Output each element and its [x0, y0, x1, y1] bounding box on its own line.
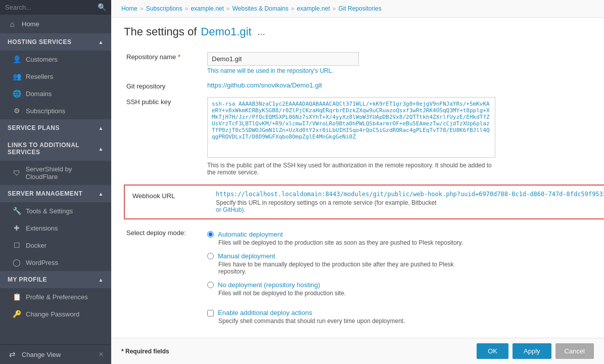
title-dots-button[interactable]: ...: [256, 27, 267, 37]
customers-icon: 👤: [13, 55, 21, 63]
shield-icon: 🛡: [13, 169, 21, 177]
home-icon: ⌂: [8, 20, 17, 28]
deploy-none-desc: Files will not be deployed to the produc…: [218, 290, 471, 297]
deploy-none-radio[interactable]: [207, 282, 214, 288]
deploy-auto-desc: Files will be deployed to the production…: [218, 239, 471, 246]
chevron-up-icon: ▲: [99, 191, 104, 197]
sidebar-item-change-password[interactable]: 🔑 Change Password: [0, 305, 111, 323]
page-title: The settings of Demo1.git ...: [124, 25, 591, 38]
search-input[interactable]: [5, 4, 98, 11]
tools-icon: 🔧: [13, 207, 21, 215]
cancel-button[interactable]: Cancel: [555, 343, 594, 359]
settings-form: Repository name * This name will be used…: [124, 49, 604, 328]
breadcrumb-websites-domains[interactable]: Websites & Domains: [233, 5, 289, 12]
repo-name-label-cell: Repository name *: [124, 49, 205, 78]
change-view-icon: ⇄: [8, 350, 17, 359]
breadcrumb-git-repositories[interactable]: Git Repositories: [338, 5, 381, 12]
bottom-bar: * Required fields OK Apply Cancel: [111, 338, 604, 364]
deploy-manual-desc: Files have to be manually deployed to th…: [218, 261, 471, 275]
breadcrumb-example-net-2[interactable]: example.net: [297, 5, 330, 12]
breadcrumb-home[interactable]: Home: [121, 5, 137, 12]
resellers-icon: 👥: [13, 72, 21, 80]
docker-icon: ☐: [13, 241, 21, 249]
deploy-mode-label-cell: Select deploy mode:: [124, 224, 205, 300]
enable-deploy-checkbox[interactable]: [207, 310, 214, 316]
ssh-key-container: ssh-rsa AAAAB3NzaC1yc2EAAAADAQABAAACAQCt…: [207, 97, 495, 159]
search-icon: 🔍: [98, 3, 106, 11]
repo-name-input[interactable]: [207, 52, 359, 66]
ok-button[interactable]: OK: [477, 343, 508, 359]
deploy-manual-radio[interactable]: [207, 253, 214, 259]
git-repo-link-cell: https://github.com/snovikova/Demo1.git: [205, 78, 604, 94]
ssh-key-textarea[interactable]: ssh-rsa AAAAB3NzaC1yc2EAAAADAQABAAACAQCt…: [207, 97, 495, 158]
sidebar-bottom: ⇄ Change View ✕: [0, 344, 111, 364]
deploy-auto-label[interactable]: Automatic deployment: [218, 231, 283, 238]
wordpress-icon: ◯: [13, 258, 21, 266]
password-icon: 🔑: [13, 310, 21, 318]
ssh-note: This is the public part of the SSH key u…: [207, 162, 495, 176]
breadcrumb-subscriptions[interactable]: Subscriptions: [146, 5, 182, 12]
sidebar-item-customers[interactable]: 👤 Customers: [0, 51, 111, 68]
sidebar-item-resellers[interactable]: 👥 Resellers: [0, 68, 111, 85]
repo-name-hint: This name will be used in the repository…: [207, 67, 604, 74]
sidebar-section-hosting[interactable]: Hosting Services ▲: [0, 33, 111, 51]
git-repo-label-cell: Git repository: [124, 78, 205, 94]
chevron-up-icon: ▲: [99, 39, 104, 45]
webhook-label: Webhook URL: [132, 192, 175, 200]
deploy-option-manual: Manual deployment Files have to be manua…: [207, 252, 604, 275]
chevron-up-icon: ▲: [99, 125, 104, 131]
sidebar-item-docker[interactable]: ☐ Docker: [0, 237, 111, 254]
sidebar-item-wordpress[interactable]: ◯ WordPress: [0, 254, 111, 271]
sidebar: 🔍 ⌂ Home Hosting Services ▲ 👤 Customers …: [0, 0, 111, 364]
apply-button[interactable]: Apply: [513, 343, 551, 359]
sidebar-section-server-management[interactable]: Server Management ▲: [0, 185, 111, 202]
search-box[interactable]: 🔍: [0, 0, 111, 15]
sidebar-item-home[interactable]: ⌂ Home: [0, 15, 111, 33]
main-content: Home » Subscriptions » example.net » Web…: [111, 0, 604, 364]
close-icon: ✕: [99, 351, 104, 358]
sidebar-item-domains[interactable]: 🌐 Domains: [0, 85, 111, 102]
sidebar-item-subscriptions[interactable]: ⚙ Subscriptions: [0, 102, 111, 119]
deploy-none-label[interactable]: No deployment (repository hosting): [218, 281, 320, 289]
sidebar-section-service-plans[interactable]: Service Plans ▲: [0, 119, 111, 136]
required-fields-note: * Required fields: [121, 348, 473, 355]
repo-name-title: Demo1.git: [201, 25, 251, 38]
sidebar-section-my-profile[interactable]: My Profile ▲: [0, 271, 111, 288]
webhook-note: Specify this URL in repository settings …: [216, 199, 604, 213]
deploy-mode-options-cell: Automatic deployment Files will be deplo…: [205, 224, 604, 300]
chevron-up-icon: ▲: [99, 146, 104, 152]
sidebar-item-tools[interactable]: 🔧 Tools & Settings: [0, 202, 111, 219]
sidebar-item-profile-preferences[interactable]: 📋 Profile & Preferences: [0, 288, 111, 305]
git-repo-link[interactable]: https://github.com/snovikova/Demo1.git: [207, 81, 322, 89]
chevron-up-icon: ▲: [99, 277, 104, 283]
ssh-key-value-cell: ssh-rsa AAAAB3NzaC1yc2EAAAADAQABAAACAQCt…: [205, 94, 604, 179]
sidebar-item-change-view[interactable]: ⇄ Change View ✕: [0, 345, 111, 364]
ssh-key-label-cell: SSH public key: [124, 94, 205, 179]
subscriptions-icon: ⚙: [13, 107, 21, 115]
deploy-option-auto: Automatic deployment Files will be deplo…: [207, 231, 604, 246]
deploy-manual-label[interactable]: Manual deployment: [218, 252, 275, 260]
extensions-icon: ✚: [13, 224, 21, 232]
page-content-area: The settings of Demo1.git ... Repository…: [111, 18, 604, 338]
domains-icon: 🌐: [13, 89, 21, 98]
breadcrumb-example-net-1[interactable]: example.net: [191, 5, 223, 12]
sidebar-item-servershield[interactable]: 🛡 ServerShield by CloudFlare: [0, 161, 111, 185]
profile-icon: 📋: [13, 293, 21, 301]
webhook-section: Webhook URL https://localhost.localdomai…: [124, 185, 604, 219]
breadcrumb: Home » Subscriptions » example.net » Web…: [111, 0, 604, 18]
deploy-option-none: No deployment (repository hosting) Files…: [207, 281, 604, 297]
deploy-mode-radio-group: Automatic deployment Files will be deplo…: [207, 231, 604, 297]
repo-name-input-cell: This name will be used in the repository…: [205, 49, 604, 78]
sidebar-section-links[interactable]: Links to Additional Services ▲: [0, 136, 111, 161]
sidebar-item-extensions[interactable]: ✚ Extensions: [0, 219, 111, 237]
enable-deploy-row: Enable additional deploy actions: [207, 309, 604, 316]
webhook-url: https://localhost.localdomain:8443/modul…: [216, 191, 604, 198]
enable-deploy-desc: Specify shell commands that should run e…: [218, 317, 604, 325]
enable-deploy-label[interactable]: Enable additional deploy actions: [218, 309, 312, 316]
deploy-auto-radio[interactable]: [207, 231, 214, 238]
